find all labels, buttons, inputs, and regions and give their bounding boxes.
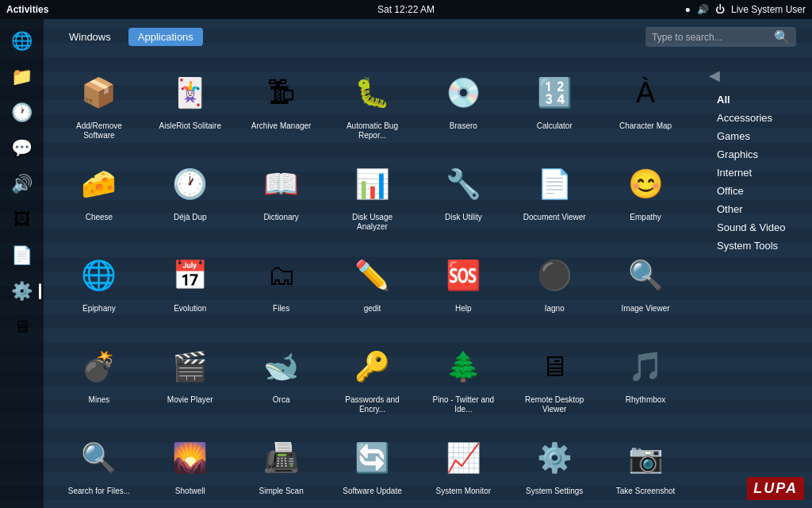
filter-bar: Windows Applications 🔍 — [44, 19, 812, 55]
category-item-sound-video[interactable]: Sound & Video — [709, 218, 804, 237]
app-item-image-viewer[interactable]: 🔍 Image Viewer — [602, 245, 689, 333]
app-icon-system-settings: ⚙️ — [530, 434, 578, 482]
app-item-software-update[interactable]: 🔄 Software Update — [329, 428, 416, 508]
category-item-office[interactable]: Office — [709, 182, 804, 200]
app-icon-movie-player: 🎬 — [167, 343, 214, 391]
app-label-pino: Pino - Twitter and Ide... — [431, 395, 495, 414]
app-icon-pino: 🌲 — [439, 343, 487, 391]
app-item-take-screenshot[interactable]: 📷 Take Screenshot — [602, 428, 689, 508]
app-item-system-settings[interactable]: ⚙️ System Settings — [511, 428, 598, 508]
windows-filter-button[interactable]: Windows — [59, 28, 121, 46]
dock-item-files[interactable]: 📁 — [6, 61, 38, 93]
app-label-system-monitor: System Monitor — [436, 487, 491, 496]
app-item-remote-desktop[interactable]: 🖥 Remote Desktop Viewer — [511, 337, 598, 424]
content-area: 📦 Add/Remove Software 🃏 AisleRiot Solita… — [44, 55, 812, 508]
category-item-other[interactable]: Other — [709, 200, 804, 218]
app-item-bug-reporter[interactable]: 🐛 Automatic Bug Repor... — [329, 63, 416, 150]
volume-icon[interactable]: 🔊 — [697, 4, 709, 15]
app-item-doc-viewer[interactable]: 📄 Document Viewer — [511, 154, 598, 241]
app-item-help[interactable]: 🆘 Help — [419, 245, 507, 333]
app-icon-epiphany: 🌐 — [75, 252, 123, 299]
app-icon-cheese: 🧀 — [75, 160, 123, 208]
app-item-iagno[interactable]: ⚫ Iagno — [511, 245, 598, 333]
app-item-empathy[interactable]: 😊 Empathy — [602, 154, 689, 241]
activities-label[interactable]: Activities — [6, 4, 48, 15]
app-item-search-files[interactable]: 🔍 Search for Files... — [56, 428, 143, 508]
lupa-watermark: LUPA — [747, 477, 804, 500]
category-item-system-tools[interactable]: System Tools — [709, 237, 804, 255]
dock-item-monitor[interactable]: 🖥 — [6, 311, 38, 343]
category-item-all[interactable]: All — [709, 90, 804, 109]
category-item-games[interactable]: Games — [709, 127, 804, 145]
app-item-mines[interactable]: 💣 Mines — [56, 337, 143, 424]
app-icon-remote-desktop: 🖥 — [530, 343, 578, 391]
applications-filter-button[interactable]: Applications — [128, 28, 203, 46]
bluetooth-icon[interactable]: ● — [685, 4, 691, 15]
app-item-calculator[interactable]: 🔢 Calculator — [511, 63, 598, 150]
app-item-aisleriot[interactable]: 🃏 AisleRiot Solitaire — [147, 63, 234, 150]
app-item-add-remove[interactable]: 📦 Add/Remove Software — [56, 63, 143, 150]
app-icon-image-viewer: 🔍 — [622, 252, 669, 299]
category-item-internet[interactable]: Internet — [709, 164, 804, 182]
dock-item-clock[interactable]: 🕐 — [6, 97, 38, 129]
app-item-rhythmbox[interactable]: 🎵 Rhythmbox — [602, 337, 689, 424]
dock-item-photos[interactable]: 🖼 — [6, 204, 38, 236]
app-item-files[interactable]: 🗂 Files — [238, 245, 325, 333]
app-label-epiphany: Epiphany — [82, 304, 116, 314]
app-label-dictionary: Dictionary — [263, 213, 298, 222]
app-label-simple-scan: Simple Scan — [259, 487, 304, 496]
app-icon-disk-utility: 🔧 — [439, 160, 487, 208]
dock-item-docs[interactable]: 📄 — [6, 240, 38, 271]
app-item-cheese[interactable]: 🧀 Cheese — [56, 154, 143, 241]
live-user-label[interactable]: Live System User — [731, 4, 806, 15]
app-icon-brasero: 💿 — [439, 69, 487, 117]
app-label-deja-dup: Déjà Dup — [174, 213, 207, 222]
app-item-gedit[interactable]: ✏️ gedit — [329, 245, 416, 333]
search-input[interactable] — [652, 32, 771, 43]
search-icon: 🔍 — [774, 29, 790, 44]
app-item-epiphany[interactable]: 🌐 Epiphany — [56, 245, 143, 333]
app-item-pino[interactable]: 🌲 Pino - Twitter and Ide... — [419, 337, 507, 424]
app-item-character-map[interactable]: À Character Map — [602, 63, 689, 150]
search-box: 🔍 — [645, 27, 796, 47]
app-item-disk-utility[interactable]: 🔧 Disk Utility — [419, 154, 507, 241]
app-icon-software-update: 🔄 — [348, 434, 396, 482]
app-label-take-screenshot: Take Screenshot — [616, 487, 676, 496]
dock-item-firefox[interactable]: 🌐 — [6, 25, 38, 57]
category-sidebar: ◀ AllAccessoriesGamesGraphicsInternetOff… — [701, 55, 812, 508]
dock-item-settings[interactable]: ⚙️ — [6, 275, 38, 307]
app-item-evolution[interactable]: 📅 Evolution — [147, 245, 234, 333]
app-item-simple-scan[interactable]: 📠 Simple Scan — [238, 428, 325, 508]
category-item-accessories[interactable]: Accessories — [709, 109, 804, 127]
app-icon-calculator: 🔢 — [530, 69, 578, 117]
app-icon-system-monitor: 📈 — [439, 434, 487, 482]
screen-icon[interactable]: ⏻ — [715, 4, 725, 15]
topbar: Activities Sat 12:22 AM ● 🔊 ⏻ Live Syste… — [0, 0, 812, 19]
topbar-right: ● 🔊 ⏻ Live System User — [685, 4, 806, 15]
app-label-search-files: Search for Files... — [68, 487, 130, 496]
dock-item-chat[interactable]: 💬 — [6, 133, 38, 164]
app-label-bug-reporter: Automatic Bug Repor... — [340, 121, 404, 140]
app-icon-iagno: ⚫ — [530, 252, 578, 299]
app-item-dictionary[interactable]: 📖 Dictionary — [238, 154, 325, 241]
category-item-graphics[interactable]: Graphics — [709, 145, 804, 164]
app-item-orca[interactable]: 🐋 Orca — [238, 337, 325, 424]
app-item-movie-player[interactable]: 🎬 Movie Player — [147, 337, 234, 424]
collapse-arrow[interactable]: ◀ — [709, 67, 720, 84]
app-icon-dictionary: 📖 — [258, 160, 305, 208]
app-item-disk-usage[interactable]: 📊 Disk Usage Analyzer — [329, 154, 416, 241]
app-label-calculator: Calculator — [537, 121, 573, 131]
app-item-passwords[interactable]: 🔑 Passwords and Encry... — [329, 337, 416, 424]
app-icon-gedit: ✏️ — [348, 252, 396, 299]
app-item-brasero[interactable]: 💿 Brasero — [419, 63, 507, 150]
dock-item-audio[interactable]: 🔊 — [6, 168, 38, 200]
app-label-shotwell: Shotwell — [175, 487, 205, 496]
app-item-shotwell[interactable]: 🌄 Shotwell — [147, 428, 234, 508]
app-item-system-monitor[interactable]: 📈 System Monitor — [419, 428, 507, 508]
app-icon-take-screenshot: 📷 — [622, 434, 669, 482]
app-label-movie-player: Movie Player — [167, 395, 213, 405]
app-item-archive-manager[interactable]: 🗜 Archive Manager — [238, 63, 325, 150]
app-item-deja-dup[interactable]: 🕐 Déjà Dup — [147, 154, 234, 241]
app-icon-doc-viewer: 📄 — [530, 160, 578, 208]
main-content: Windows Applications 🔍 📦 Add/Remove Soft… — [44, 19, 812, 508]
